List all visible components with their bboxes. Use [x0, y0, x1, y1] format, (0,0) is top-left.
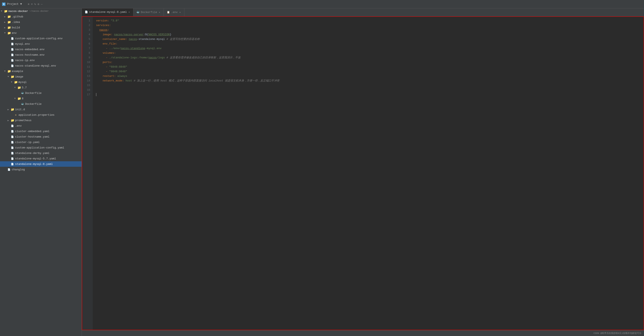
status-bar: CSDN @程序员在线炒粉8元1份顺丰包邮送可乐 — [82, 330, 644, 336]
line-num-9: 9 — [82, 56, 93, 60]
code-line-16 — [96, 88, 644, 92]
sidebar-item-nacos-ip[interactable]: 📄 nacos-ip.env — [0, 58, 82, 63]
props-icon: ⚙ — [14, 113, 18, 117]
line-num-2: 2 — [82, 23, 93, 28]
docker-icon: 🐳 — [20, 102, 24, 106]
toolbar-spacer: ⊕ ≡ ≒ ⚙ — — [28, 3, 42, 6]
sidebar-item-custom-app-yaml[interactable]: 📄 custom-application-config.yaml — [0, 145, 82, 150]
sidebar-item-github[interactable]: ▶ 📁 .github — [0, 14, 82, 19]
sidebar-item-nacos-hostname[interactable]: 📄 nacos-hostname.env — [0, 52, 82, 58]
sidebar-item-cluster-embedded[interactable]: 📄 cluster-embedded.yaml — [0, 129, 82, 134]
tree-item-label: changlog — [12, 168, 25, 171]
sidebar[interactable]: ▼ 📁 nacos-docker ~/nacos-docker ▶ 📁 .git… — [0, 9, 82, 336]
sidebar-item-example[interactable]: ▼ 📁 example — [0, 69, 82, 74]
tab-close-button[interactable]: ✕ — [179, 11, 181, 14]
env-icon: 📄 — [10, 48, 14, 51]
project-icon: ▣ — [2, 3, 6, 6]
dropdown-arrow[interactable]: ▼ — [20, 3, 22, 6]
root-label: nacos-docker — [8, 10, 28, 13]
code-line-11: - "8848:8848" — [96, 65, 644, 69]
line-num-5: 5 — [82, 37, 93, 42]
sidebar-item-standalone-derby[interactable]: 📄 standalone-derby.yaml — [0, 150, 82, 156]
top-bar-left: ▣ Project ▼ ⊕ ≡ ≒ ⚙ — — [2, 3, 42, 6]
sidebar-item-app-props[interactable]: ⚙ application.properties — [0, 112, 82, 118]
status-text: CSDN @程序员在线炒粉8元1份顺丰包邮送可乐 — [594, 331, 642, 335]
code-line-15 — [96, 83, 644, 88]
sidebar-item-idea[interactable]: ▶ 📁 .idea — [0, 19, 82, 25]
tree-item-label: nacos-standlone-mysql.env — [15, 64, 56, 67]
code-line-4: image: nacos/nacos-server:${NACOS_VERSIO… — [96, 32, 644, 37]
tab-icon: 📋 — [167, 11, 170, 14]
sidebar-item-initd[interactable]: ▶ 📁 init.d — [0, 107, 82, 112]
tree-item-label: cluster-ip.yaml — [15, 141, 40, 144]
sidebar-item-nacos-embedded[interactable]: 📄 nacos-embedded.env — [0, 47, 82, 52]
tree-item-label: nacos-ip.env — [15, 59, 35, 62]
tab-close-button[interactable]: ✕ — [128, 10, 130, 14]
code-line-2: services: — [96, 23, 644, 28]
sidebar-item-mysql-folder[interactable]: ▼ 📁 mysql — [0, 79, 82, 85]
tree-item-label: image — [15, 75, 23, 78]
line-num-7: 7 — [82, 46, 93, 51]
tree-item-label: cluster-embedded.yaml — [15, 130, 50, 133]
sidebar-item-standalone-mysql-57[interactable]: 📄 standalone-mysql-5.7.yaml — [0, 156, 82, 161]
env-icon: 📄 — [10, 58, 14, 62]
sidebar-item-env[interactable]: ▼ 📁 env — [0, 30, 82, 36]
sidebar-item-standalone-mysql-8[interactable]: 📄 standalone-mysql-8.yaml — [0, 161, 82, 167]
tab-tab-yaml[interactable]: 📄 standalone-mysql-8.yaml ✕ — [82, 9, 134, 16]
line-num-11: 11 — [82, 65, 93, 69]
sidebar-item-dotenv[interactable]: 📄 .env — [0, 123, 82, 129]
tree-arrow: ▼ — [4, 70, 7, 73]
line-num-12: 12 — [82, 69, 93, 74]
tree-arrow: ▼ — [8, 75, 10, 78]
sidebar-item-nacos-standlone-mysql[interactable]: 📄 nacos-standlone-mysql.env — [0, 63, 82, 69]
code-line-9: - ./standalone-logs:/home/nacos/logs # 这… — [96, 56, 644, 60]
sidebar-root[interactable]: ▼ 📁 nacos-docker ~/nacos-docker — [0, 9, 82, 14]
root-path: ~/nacos-docker — [29, 10, 49, 13]
sidebar-item-build[interactable]: ▶ 📁 build — [0, 25, 82, 30]
sidebar-item-mysql-env[interactable]: 📄 mysql.env — [0, 41, 82, 47]
sidebar-item-changlog[interactable]: 📄 changlog — [0, 167, 82, 172]
folder-icon: 📁 — [7, 20, 11, 24]
code-line-13: restart: always — [96, 74, 644, 79]
line-num-14: 14 — [82, 79, 93, 83]
sidebar-item-dockerfile-8[interactable]: 🐳 Dockerfile — [0, 101, 82, 107]
env-icon: 📄 — [10, 64, 14, 68]
tree-item-label: 5.7 — [22, 86, 27, 89]
code-line-12: - "9848:9848" — [96, 69, 644, 74]
tree-item-label: standalone-derby.yaml — [15, 152, 50, 155]
line-num-15: 15 — [82, 83, 93, 88]
tree-arrow: ▶ — [4, 15, 7, 18]
tree-arrow: ▶ — [4, 21, 7, 24]
tab-tab-dockerfile[interactable]: 🐳 Dockerfile ✕ — [134, 9, 164, 16]
sidebar-item-cluster-ip[interactable]: 📄 cluster-ip.yaml — [0, 139, 82, 145]
sidebar-item-prometheus[interactable]: ▶ 📁 prometheus — [0, 118, 82, 123]
sidebar-item-dockerfile-57[interactable]: 🐳 Dockerfile — [0, 90, 82, 96]
sidebar-item-57-folder[interactable]: ▼ 📁 5.7 — [0, 85, 82, 90]
line-num-16: 16 — [82, 88, 93, 92]
sidebar-item-cluster-hostname[interactable]: 📄 cluster-hostname.yaml — [0, 134, 82, 139]
code-line-7: - ../env/nacos-standlone-mysql.env — [96, 46, 644, 51]
tree-item-label: init.d — [15, 108, 25, 111]
tab-close-button[interactable]: ✕ — [158, 11, 161, 14]
tab-icon: 📄 — [85, 11, 88, 14]
line-num-8: 8 — [82, 51, 93, 56]
editor-area[interactable]: 1234567891011121314151617 version: "3.8"… — [82, 16, 644, 330]
yaml-icon: 📄 — [10, 129, 14, 133]
tree-item-label: cluster-hostname.yaml — [15, 135, 50, 138]
sidebar-item-image[interactable]: ▼ 📁 image — [0, 74, 82, 79]
project-label[interactable]: Project — [7, 3, 19, 6]
sidebar-item-custom-app-config[interactable]: 📄 custom-application-config.env — [0, 36, 82, 41]
code-content[interactable]: version: "3.8"services: nacos: image: na… — [93, 17, 644, 330]
tab-tab-env[interactable]: 📋 .env ✕ — [164, 9, 184, 16]
folder-icon: 📁 — [10, 118, 14, 122]
env-icon: 📄 — [10, 124, 14, 128]
code-line-1: version: "3.8" — [96, 19, 644, 23]
top-bar: ▣ Project ▼ ⊕ ≡ ≒ ⚙ — — [0, 0, 644, 9]
tree-arrow: ▶ — [4, 26, 7, 29]
sidebar-item-8-folder[interactable]: ▼ 📁 8 — [0, 96, 82, 101]
tree-arrow: ▶ — [8, 108, 10, 111]
tree-item-label: build — [12, 26, 20, 29]
code-line-10: ports: — [96, 60, 644, 65]
code-line-6: env_file: — [96, 42, 644, 46]
folder-icon: 📁 — [17, 97, 21, 100]
